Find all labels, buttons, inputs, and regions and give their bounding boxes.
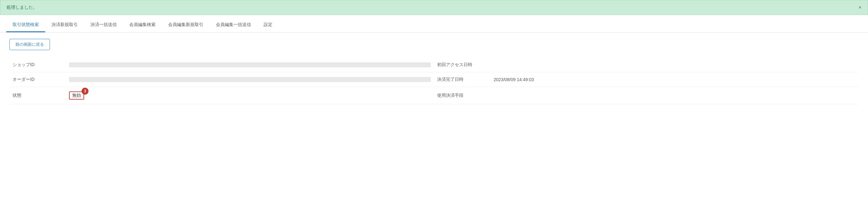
tab-member-edit-bulk[interactable]: 会員編集一括送信 xyxy=(210,18,257,32)
status-left: 状態 無効 3 xyxy=(9,87,434,104)
status-label: 状態 xyxy=(12,93,69,98)
first-access-label: 初回アクセス日時 xyxy=(437,62,494,68)
order-id-label: オーダーID xyxy=(12,77,69,82)
tab-member-edit-search[interactable]: 会員編集検索 xyxy=(123,18,162,32)
main-content: 前の画面に戻る ショップID 初回アクセス日時 オーダーID 決済完了日時 20… xyxy=(0,33,868,111)
tab-payment-bulk[interactable]: 決済一括送信 xyxy=(84,18,123,32)
status-badge-number: 3 xyxy=(82,88,89,95)
status-badge-container: 無効 3 xyxy=(69,92,84,100)
shop-id-label: ショップID xyxy=(12,62,69,68)
tab-member-edit-new[interactable]: 会員編集新規取引 xyxy=(162,18,210,32)
payment-complete-label: 決済完了日時 xyxy=(437,77,494,82)
notification-banner: 処理しました。 × xyxy=(0,0,868,15)
tab-navigation: 取引状態検索 決済新規取引 決済一括送信 会員編集検索 会員編集新規取引 会員編… xyxy=(0,18,868,33)
row-status: 状態 無効 3 使用決済手段 xyxy=(9,87,859,104)
payment-complete-value: 2023/08/09 14:49:03 xyxy=(494,77,856,82)
first-access-right: 初回アクセス日時 xyxy=(434,58,859,72)
order-id-value xyxy=(69,77,431,82)
order-id-left: オーダーID xyxy=(9,72,434,87)
detail-table: ショップID 初回アクセス日時 オーダーID 決済完了日時 2023/08/09… xyxy=(9,58,859,104)
shop-id-value xyxy=(69,62,431,67)
payment-method-right: 使用決済手段 xyxy=(434,87,859,104)
row-order-id: オーダーID 決済完了日時 2023/08/09 14:49:03 xyxy=(9,72,859,87)
tab-settings[interactable]: 設定 xyxy=(257,18,279,32)
tab-transaction-search[interactable]: 取引状態検索 xyxy=(6,18,45,32)
notification-close-button[interactable]: × xyxy=(859,5,861,10)
notification-text: 処理しました。 xyxy=(7,5,37,10)
tab-payment-new[interactable]: 決済新規取引 xyxy=(45,18,84,32)
payment-method-label: 使用決済手段 xyxy=(437,93,494,98)
shop-id-left: ショップID xyxy=(9,58,434,72)
row-shop-id: ショップID 初回アクセス日時 xyxy=(9,58,859,72)
payment-complete-right: 決済完了日時 2023/08/09 14:49:03 xyxy=(434,72,859,87)
back-button[interactable]: 前の画面に戻る xyxy=(9,39,50,50)
